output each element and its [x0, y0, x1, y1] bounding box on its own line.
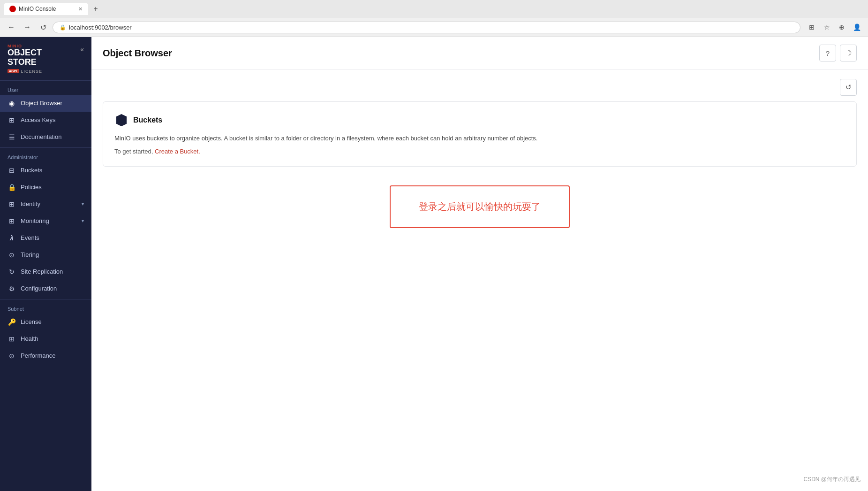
lock-icon: 🔒	[60, 24, 66, 31]
license-label: LICENSE	[21, 69, 42, 74]
monitoring-icon: ⊞	[8, 217, 16, 225]
sidebar-item-documentation[interactable]: ☰ Documentation	[0, 129, 91, 146]
sidebar-item-identity[interactable]: ⊞ Identity ▾	[0, 196, 91, 213]
sidebar-item-label: Health	[21, 335, 38, 342]
tab-favicon	[9, 6, 16, 12]
main-body: ↺ Buckets MinIO uses buckets to organize…	[91, 69, 868, 491]
monitoring-chevron-icon: ▾	[82, 218, 84, 223]
new-tab-btn[interactable]: +	[90, 3, 101, 15]
site-replication-icon: ↻	[8, 268, 16, 276]
logo-agpl: AGPL LICENSE	[8, 69, 42, 74]
back-btn[interactable]: ←	[5, 21, 18, 34]
sidebar-mid-divider	[0, 147, 91, 148]
sidebar-item-label: Configuration	[21, 285, 57, 292]
sidebar-item-health[interactable]: ⊞ Health	[0, 330, 91, 347]
browser-nav-bar: ← → ↺ 🔒 localhost:9002/browser ⊞ ☆ ⊕ 👤	[0, 18, 868, 37]
browser-chrome: MinIO Console ✕ + ← → ↺ 🔒 localhost:9002…	[0, 0, 868, 37]
sidebar-item-label: Events	[21, 234, 39, 241]
page-title: Object Browser	[103, 48, 172, 59]
logo-object: OBJECT	[8, 48, 42, 58]
events-icon: λ	[8, 234, 16, 242]
bookmark-btn[interactable]: ☆	[820, 21, 833, 34]
sidebar-logo: MINIO OBJECT STORE AGPL LICENSE «	[0, 37, 91, 78]
sidebar: MINIO OBJECT STORE AGPL LICENSE « User ◉…	[0, 37, 91, 491]
promo-text: 登录之后就可以愉快的玩耍了	[419, 200, 541, 213]
promo-box: 登录之后就可以愉快的玩耍了	[390, 185, 570, 228]
forward-btn[interactable]: →	[21, 21, 34, 34]
profile-btn[interactable]: 👤	[850, 21, 863, 34]
sidebar-item-tiering[interactable]: ⊙ Tiering	[0, 246, 91, 263]
sidebar-item-label: License	[21, 318, 42, 325]
buckets-info-card: Buckets MinIO uses buckets to organize o…	[103, 101, 857, 167]
sidebar-item-site-replication[interactable]: ↻ Site Replication	[0, 263, 91, 280]
sidebar-item-label: Object Browser	[21, 100, 62, 107]
main-header: Object Browser ? ☽	[91, 37, 868, 69]
sidebar-item-policies[interactable]: 🔒 Policies	[0, 179, 91, 196]
bucket-icon	[114, 113, 128, 127]
logo-text: MINIO OBJECT STORE AGPL LICENSE	[8, 44, 42, 74]
sidebar-item-buckets[interactable]: ⊟ Buckets	[0, 162, 91, 179]
info-card-title: Buckets	[133, 116, 162, 124]
url-text: localhost:9002/browser	[69, 24, 132, 31]
sidebar-item-access-keys[interactable]: ⊞ Access Keys	[0, 112, 91, 129]
tab-title: MinIO Console	[19, 6, 56, 12]
sidebar-item-label: Documentation	[21, 133, 61, 140]
browser-title-bar: MinIO Console ✕ +	[0, 0, 868, 18]
sidebar-bottom-divider	[0, 299, 91, 299]
sidebar-item-label: Identity	[21, 200, 40, 207]
logo-store: STORE	[8, 58, 42, 67]
extensions-btn[interactable]: ⊕	[835, 21, 848, 34]
sidebar-item-label: Buckets	[21, 167, 42, 174]
sidebar-item-label: Site Replication	[21, 268, 63, 275]
performance-icon: ⊙	[8, 352, 16, 360]
sidebar-top-divider	[0, 80, 91, 81]
sidebar-item-configuration[interactable]: ⚙ Configuration	[0, 280, 91, 297]
identity-icon: ⊞	[8, 200, 16, 208]
documentation-icon: ☰	[8, 133, 16, 141]
sidebar-item-license[interactable]: 🔑 License	[0, 314, 91, 330]
help-btn[interactable]: ?	[819, 45, 836, 61]
buckets-icon: ⊟	[8, 166, 16, 175]
health-icon: ⊞	[8, 335, 16, 343]
tab-close-btn[interactable]: ✕	[78, 6, 83, 12]
policies-icon: 🔒	[8, 183, 16, 192]
subnet-section-label: Subnet	[0, 301, 91, 314]
translate-btn[interactable]: ⊞	[805, 21, 818, 34]
reload-btn[interactable]: ↺	[37, 21, 50, 34]
user-section-label: User	[0, 83, 91, 95]
access-keys-icon: ⊞	[8, 116, 16, 124]
toolbar: ↺	[103, 79, 857, 96]
configuration-icon: ⚙	[8, 284, 16, 293]
app: MINIO OBJECT STORE AGPL LICENSE « User ◉…	[0, 37, 868, 491]
bucket-shape-icon	[116, 114, 127, 126]
sidebar-item-monitoring[interactable]: ⊞ Monitoring ▾	[0, 213, 91, 230]
browser-tab[interactable]: MinIO Console ✕	[4, 3, 88, 15]
object-browser-icon: ◉	[8, 99, 16, 107]
info-card-description: MinIO uses buckets to organize objects. …	[114, 134, 845, 143]
cta-prefix: To get started,	[114, 148, 155, 155]
admin-section-label: Administrator	[0, 150, 91, 162]
identity-chevron-icon: ▾	[82, 201, 84, 207]
theme-toggle-btn[interactable]: ☽	[840, 45, 857, 61]
info-card-header: Buckets	[114, 113, 845, 127]
url-bar[interactable]: 🔒 localhost:9002/browser	[53, 22, 800, 33]
sidebar-item-label: Performance	[21, 352, 55, 359]
agpl-badge: AGPL	[8, 69, 19, 73]
refresh-btn[interactable]: ↺	[840, 79, 857, 96]
create-bucket-link[interactable]: Create a Bucket.	[155, 148, 200, 155]
sidebar-item-events[interactable]: λ Events	[0, 230, 91, 246]
tiering-icon: ⊙	[8, 251, 16, 259]
info-card-cta: To get started, Create a Bucket.	[114, 148, 845, 155]
license-icon: 🔑	[8, 318, 16, 326]
browser-nav-actions: ⊞ ☆ ⊕ 👤	[805, 21, 863, 34]
sidebar-item-label: Policies	[21, 184, 42, 191]
sidebar-item-label: Monitoring	[21, 217, 49, 224]
sidebar-item-label: Access Keys	[21, 116, 55, 123]
main-content: Object Browser ? ☽ ↺ Buckets MinIO uses …	[91, 37, 868, 491]
sidebar-item-performance[interactable]: ⊙ Performance	[0, 347, 91, 364]
sidebar-item-label: Tiering	[21, 251, 39, 258]
header-actions: ? ☽	[819, 45, 857, 61]
promo-box-container: 登录之后就可以愉快的玩耍了	[103, 185, 857, 228]
sidebar-collapse-btn[interactable]: «	[80, 46, 84, 53]
sidebar-item-object-browser[interactable]: ◉ Object Browser	[0, 95, 91, 112]
